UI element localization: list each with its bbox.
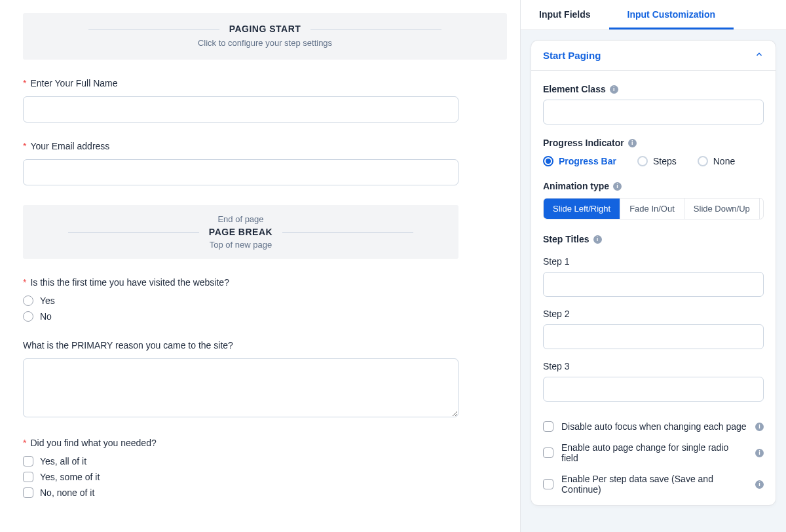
option-label: Yes, some of it xyxy=(40,472,100,482)
checkbox-option[interactable]: Yes, some of it xyxy=(23,472,458,482)
step1-input[interactable] xyxy=(543,272,764,297)
panel-header[interactable]: Start Paging xyxy=(531,41,776,71)
option-label: Yes, all of it xyxy=(40,456,86,466)
info-icon[interactable]: i xyxy=(755,480,764,489)
option-label: Progress Bar xyxy=(559,156,616,166)
checkbox-option[interactable]: Yes, all of it xyxy=(23,456,458,466)
animation-fade[interactable]: Fade In/Out xyxy=(620,199,684,219)
primary-reason-textarea[interactable] xyxy=(23,358,458,417)
animation-segment: Slide Left/Right Fade In/Out Slide Down/… xyxy=(543,198,764,219)
checkbox-disable-autofocus[interactable]: Disable auto focus when changing each pa… xyxy=(543,421,764,432)
info-icon[interactable]: i xyxy=(610,85,618,94)
checkbox-auto-page-change[interactable]: Enable auto page change for single radio… xyxy=(543,442,764,463)
info-icon[interactable]: i xyxy=(755,449,764,457)
info-icon[interactable]: i xyxy=(613,182,622,191)
field-full-name: *Enter Your Full Name xyxy=(23,78,458,123)
step1-label: Step 1 xyxy=(543,256,764,267)
required-asterisk: * xyxy=(23,78,26,88)
step-titles-label: Step Titlesi xyxy=(543,234,764,244)
chevron-up-icon xyxy=(755,50,764,61)
required-asterisk: * xyxy=(23,277,26,288)
checkbox-input[interactable] xyxy=(543,479,553,489)
checkbox-option[interactable]: No, none of it xyxy=(23,487,458,498)
paging-start-subtitle: Click to configure your step settings xyxy=(49,38,481,48)
progress-option-none[interactable]: None xyxy=(698,156,735,166)
step2-label: Step 2 xyxy=(543,309,764,319)
radio-option[interactable]: Yes xyxy=(23,295,458,306)
progress-option-steps[interactable]: Steps xyxy=(637,156,677,166)
option-label: Steps xyxy=(653,156,677,166)
option-label: Yes xyxy=(40,295,55,306)
progress-indicator-label: Progress Indicatori xyxy=(543,138,764,148)
checkbox-input[interactable] xyxy=(23,456,33,466)
field-found: *Did you find what you needed? Yes, all … xyxy=(23,438,458,498)
element-class-input[interactable] xyxy=(543,100,764,124)
sidebar-panel: Input Fields Input Customization Start P… xyxy=(521,0,786,532)
checkbox-label: Enable Per step data save (Save and Cont… xyxy=(561,474,747,495)
animation-slide-lr[interactable]: Slide Left/Right xyxy=(544,199,620,219)
page-break-block[interactable]: End of page PAGE BREAK Top of new page xyxy=(23,205,458,259)
element-class-label: Element Classi xyxy=(543,84,764,94)
info-icon[interactable]: i xyxy=(628,139,637,147)
field-primary-reason: What is the PRIMARY reason you came to t… xyxy=(23,340,458,419)
animation-slide-du[interactable]: Slide Down/Up xyxy=(684,199,760,219)
info-icon[interactable]: i xyxy=(755,423,764,431)
paging-start-block[interactable]: PAGING START Click to configure your ste… xyxy=(23,13,507,60)
page-break-end: End of page xyxy=(49,214,432,224)
email-input[interactable] xyxy=(23,159,458,185)
required-asterisk: * xyxy=(23,141,26,151)
required-asterisk: * xyxy=(23,438,26,448)
field-label: Did you find what you needed? xyxy=(30,438,156,448)
field-label: Enter Your Full Name xyxy=(30,78,117,88)
page-break-title: PAGE BREAK xyxy=(209,227,272,237)
field-first-visit: *Is this the first time you have visited… xyxy=(23,277,458,322)
checkbox-input[interactable] xyxy=(23,487,33,498)
radio-icon xyxy=(637,156,648,166)
name-input[interactable] xyxy=(23,96,458,123)
radio-icon xyxy=(543,156,553,166)
radio-icon xyxy=(698,156,708,166)
info-icon[interactable]: i xyxy=(593,235,602,244)
form-canvas: PAGING START Click to configure your ste… xyxy=(0,0,521,532)
field-label: Your Email address xyxy=(30,141,109,151)
animation-none[interactable]: None xyxy=(760,199,764,219)
step3-input[interactable] xyxy=(543,377,764,402)
option-label: None xyxy=(713,156,735,166)
field-email: *Your Email address xyxy=(23,141,458,185)
checkbox-per-step-save[interactable]: Enable Per step data save (Save and Cont… xyxy=(543,474,764,495)
checkbox-input[interactable] xyxy=(543,421,553,432)
option-label: No, none of it xyxy=(40,487,94,498)
progress-option-bar[interactable]: Progress Bar xyxy=(543,156,616,166)
checkbox-input[interactable] xyxy=(23,472,33,482)
animation-type-label: Animation typei xyxy=(543,181,764,191)
start-paging-panel: Start Paging Element Classi Progress Ind… xyxy=(531,41,776,505)
page-break-top: Top of new page xyxy=(49,240,432,250)
radio-input[interactable] xyxy=(23,295,33,306)
sidebar-tabs: Input Fields Input Customization xyxy=(521,0,786,30)
checkbox-label: Disable auto focus when changing each pa… xyxy=(561,421,747,432)
option-label: No xyxy=(40,311,52,322)
radio-option[interactable]: No xyxy=(23,311,458,322)
step2-input[interactable] xyxy=(543,324,764,349)
panel-title: Start Paging xyxy=(543,50,601,61)
checkbox-label: Enable auto page change for single radio… xyxy=(561,442,747,463)
checkbox-input[interactable] xyxy=(543,447,553,458)
field-label: Is this the first time you have visited … xyxy=(30,277,229,288)
tab-input-customization[interactable]: Input Customization xyxy=(609,0,734,29)
radio-input[interactable] xyxy=(23,311,33,322)
tab-input-fields[interactable]: Input Fields xyxy=(521,0,609,29)
field-label: What is the PRIMARY reason you came to t… xyxy=(23,340,233,351)
paging-start-title: PAGING START xyxy=(229,24,301,34)
step3-label: Step 3 xyxy=(543,361,764,371)
